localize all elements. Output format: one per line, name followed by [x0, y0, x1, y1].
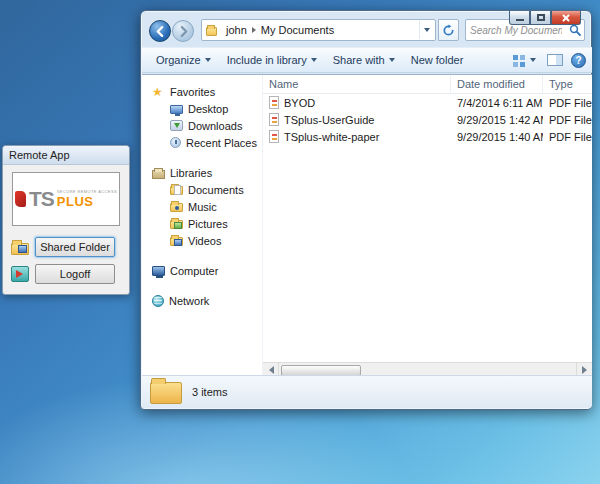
sidebar-item-downloads[interactable]: Downloads: [142, 117, 261, 134]
sidebar-item-network[interactable]: Network: [142, 292, 261, 309]
sidebar-spacer: [142, 249, 261, 262]
column-headers: Name Date modified Type: [263, 75, 592, 94]
sidebar-item-recent-places[interactable]: Recent Places: [142, 134, 261, 151]
tsplus-logo-plus: PLUS: [57, 195, 117, 208]
music-icon: [170, 203, 183, 212]
address-bar[interactable]: john My Documents: [201, 19, 436, 41]
sidebar-spacer: [142, 151, 261, 164]
pictures-label: Pictures: [188, 218, 228, 230]
include-in-library-button[interactable]: Include in library: [219, 49, 325, 71]
sidebar-item-pictures[interactable]: Pictures: [142, 215, 261, 232]
share-with-button[interactable]: Share with: [325, 49, 403, 71]
organize-label: Organize: [156, 54, 201, 66]
logoff-row: Logoff: [11, 264, 115, 284]
column-header-date-modified[interactable]: Date modified: [451, 75, 543, 93]
pdf-file-icon: [269, 113, 279, 126]
chevron-down-icon: [424, 28, 430, 35]
file-type: PDF File: [543, 131, 592, 143]
music-label: Music: [188, 201, 217, 213]
tsplus-logo-ts: TS: [29, 187, 54, 211]
file-type: PDF File: [543, 97, 592, 109]
back-arrow-icon: [155, 26, 166, 37]
documents-label: Documents: [188, 184, 244, 196]
arrow-right-icon: [582, 366, 591, 374]
pdf-file-icon: [269, 96, 279, 109]
command-bar: Organize Include in library Share with N…: [142, 47, 592, 73]
file-name: TSplus-white-paper: [284, 131, 379, 143]
search-icon[interactable]: [566, 24, 584, 37]
recent-places-label: Recent Places: [186, 137, 257, 149]
minimize-button[interactable]: [509, 11, 530, 25]
sidebar-item-desktop[interactable]: Desktop: [142, 100, 261, 117]
sidebar-item-music[interactable]: Music: [142, 198, 261, 215]
help-button[interactable]: ?: [571, 53, 586, 68]
shared-folder-row: Shared Folder: [11, 237, 115, 257]
computer-icon: [152, 266, 165, 276]
views-button[interactable]: [510, 49, 539, 71]
folder-icon: [206, 27, 217, 36]
desktop-icon: [170, 105, 183, 114]
file-date-modified: 9/29/2015 1:42 AM: [451, 114, 543, 126]
tsplus-logo: TS SECURE REMOTE ACCESS PLUS: [12, 172, 120, 226]
sidebar-item-computer[interactable]: Computer: [142, 262, 261, 279]
column-header-name[interactable]: Name: [263, 75, 451, 93]
new-folder-label: New folder: [411, 54, 464, 66]
status-bar: 3 items: [142, 375, 592, 408]
computer-label: Computer: [170, 265, 218, 277]
remote-app-titlebar[interactable]: Remote App: [3, 146, 129, 165]
sidebar-group-favorites[interactable]: ★ Favorites: [142, 83, 261, 100]
breadcrumb-item-folder[interactable]: My Documents: [257, 24, 338, 36]
file-row[interactable]: TSplus-white-paper 9/29/2015 1:40 AM PDF…: [263, 128, 592, 145]
close-button[interactable]: [551, 11, 581, 25]
favorites-star-icon: ★: [152, 86, 165, 98]
logoff-icon: [11, 266, 29, 282]
downloads-icon: [170, 120, 183, 131]
column-header-type[interactable]: Type: [543, 75, 592, 93]
minimize-icon: [516, 19, 524, 21]
back-button[interactable]: [149, 20, 171, 42]
new-folder-button[interactable]: New folder: [403, 49, 472, 71]
shared-folder-button[interactable]: Shared Folder: [35, 237, 115, 257]
file-date-modified: 7/4/2014 6:11 AM: [451, 97, 543, 109]
sidebar-item-documents[interactable]: Documents: [142, 181, 261, 198]
maximize-icon: [537, 14, 545, 21]
views-grid-icon: [513, 54, 526, 67]
shared-folder-icon: [11, 243, 29, 255]
refresh-button[interactable]: [438, 19, 459, 41]
preview-pane-button[interactable]: [547, 54, 563, 66]
arrow-left-icon: [265, 366, 274, 374]
help-icon: ?: [575, 55, 581, 66]
file-type: PDF File: [543, 114, 592, 126]
navigation-pane: ★ Favorites Desktop Downloads Recent Pla…: [142, 75, 261, 377]
logoff-button[interactable]: Logoff: [35, 264, 115, 284]
sidebar-group-libraries[interactable]: Libraries: [142, 164, 261, 181]
chevron-down-icon: [205, 58, 211, 65]
chevron-down-icon: [530, 58, 536, 65]
share-with-label: Share with: [333, 54, 385, 66]
remote-app-title: Remote App: [9, 149, 70, 161]
network-label: Network: [169, 295, 209, 307]
window-controls: [509, 11, 581, 25]
forward-button[interactable]: [172, 20, 194, 42]
pdf-file-icon: [269, 130, 279, 143]
videos-icon: [170, 237, 183, 246]
breadcrumb-item-user[interactable]: john: [222, 24, 251, 36]
sidebar-spacer: [142, 279, 261, 292]
explorer-main: ★ Favorites Desktop Downloads Recent Pla…: [142, 74, 592, 377]
explorer-window: john My Documents Organi: [140, 10, 592, 410]
favorites-label: Favorites: [170, 86, 215, 98]
address-dropdown-button[interactable]: [419, 21, 433, 39]
organize-button[interactable]: Organize: [148, 49, 219, 71]
include-in-library-label: Include in library: [227, 54, 307, 66]
file-row[interactable]: BYOD 7/4/2014 6:11 AM PDF File: [263, 94, 592, 111]
documents-icon: [170, 186, 183, 195]
tsplus-logo-icon: [15, 191, 26, 207]
videos-label: Videos: [188, 235, 221, 247]
file-row[interactable]: TSplus-UserGuide 9/29/2015 1:42 AM PDF F…: [263, 111, 592, 128]
chevron-down-icon: [311, 58, 317, 65]
maximize-button[interactable]: [530, 11, 551, 25]
chevron-down-icon: [389, 58, 395, 65]
sidebar-item-videos[interactable]: Videos: [142, 232, 261, 249]
desktop-label: Desktop: [188, 103, 228, 115]
items-count: 3 items: [192, 386, 227, 398]
